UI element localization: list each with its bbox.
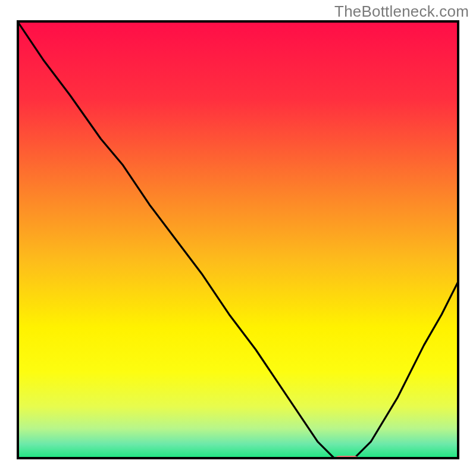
- optimal-marker: [335, 456, 358, 459]
- plot-area: [17, 20, 459, 459]
- watermark-label: TheBottleneck.com: [334, 2, 469, 21]
- bottleneck-curve: [17, 20, 459, 459]
- chart-container: TheBottleneck.com: [0, 0, 476, 476]
